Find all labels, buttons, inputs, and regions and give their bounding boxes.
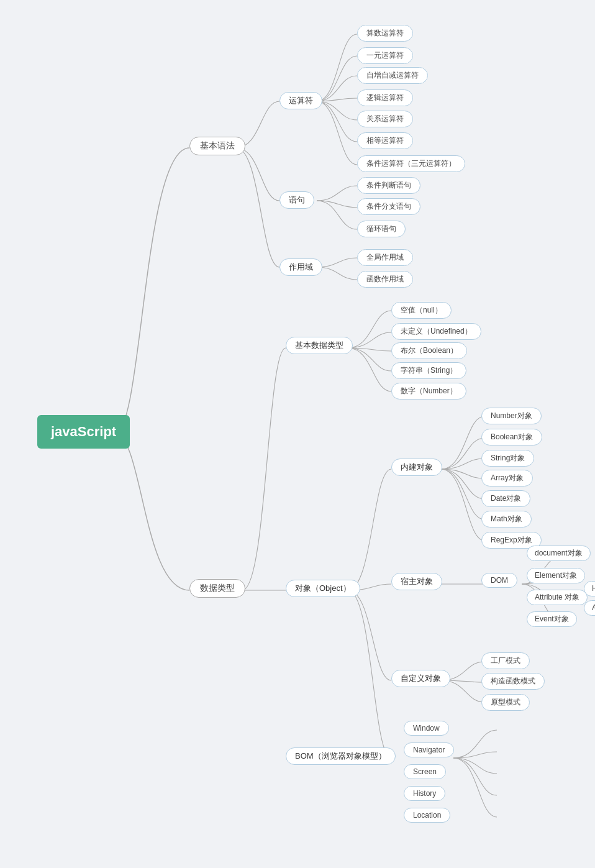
node-weidingyi: 未定义（Undefined） xyxy=(391,323,481,340)
node-window: Window xyxy=(404,721,449,736)
node-zifuchuan: 字符串（String） xyxy=(391,362,466,379)
node-booleanObj: Boolean对象 xyxy=(481,429,542,445)
node-kongzhi: 空值（null） xyxy=(391,302,452,319)
node-attrObj: Attr对象 xyxy=(584,600,595,616)
node-hanshu: 函数作用域 xyxy=(357,271,413,288)
node-jibenShuju: 基本数据类型 xyxy=(286,337,353,354)
node-elementObj: Element对象 xyxy=(527,568,585,583)
mind-map: javaScript 基本语法 数据类型 运算符 语句 作用域 算数运算符 一元… xyxy=(0,0,595,868)
node-xunhuan: 循环语句 xyxy=(357,221,406,237)
node-history: History xyxy=(404,786,445,801)
node-tiaojian: 条件运算符（三元运算符） xyxy=(357,155,465,172)
node-shuzi: 数字（Number） xyxy=(391,383,466,400)
node-yunju: 语句 xyxy=(279,191,314,209)
node-location: Location xyxy=(404,808,450,823)
node-yuanxing: 原型模式 xyxy=(481,694,530,711)
node-yunsuan: 运算符 xyxy=(279,92,322,109)
node-neiJian: 内建对象 xyxy=(391,459,442,476)
node-bom: BOM（浏览器对象模型） xyxy=(286,747,396,765)
node-screen: Screen xyxy=(404,764,446,779)
node-zizeng: 自增自减运算符 xyxy=(357,67,428,84)
node-attributeObj: Attribute 对象 xyxy=(527,590,588,605)
node-duixiang: 对象（Object） xyxy=(286,580,360,597)
node-eventObj: Event对象 xyxy=(527,611,577,627)
node-suanshu: 算数运算符 xyxy=(357,25,413,42)
node-gongchang: 工厂模式 xyxy=(481,652,530,669)
node-numberObj: Number对象 xyxy=(481,408,542,424)
node-ziDingyi: 自定义对象 xyxy=(391,670,450,687)
node-shujuLeixing: 数据类型 xyxy=(189,579,245,598)
node-dateObj: Date对象 xyxy=(481,490,530,507)
node-gouzao: 构造函数模式 xyxy=(481,673,545,690)
node-guanxi: 关系运算符 xyxy=(357,111,413,127)
node-htmlDomNode: HTML DOM节点 xyxy=(584,581,595,596)
node-documentObj: document对象 xyxy=(527,546,591,561)
node-jibenYufa: 基本语法 xyxy=(189,137,245,155)
node-stringObj: String对象 xyxy=(481,450,534,467)
node-tiaojianPanduan: 条件判断语句 xyxy=(357,177,420,194)
root-node: javaScript xyxy=(37,415,130,449)
node-dom: DOM xyxy=(481,573,517,588)
node-luoji: 逻辑运算符 xyxy=(357,89,413,106)
node-mathObj: Math对象 xyxy=(481,511,532,528)
node-navigator: Navigator xyxy=(404,742,454,757)
node-yiyuan: 一元运算符 xyxy=(357,47,413,64)
node-arrayObj: Array对象 xyxy=(481,470,533,487)
node-xiangdeng: 相等运算符 xyxy=(357,132,413,149)
node-tiaojianFenzhi: 条件分支语句 xyxy=(357,198,420,215)
node-buer: 布尔（Boolean） xyxy=(391,342,467,359)
node-quanju: 全局作用域 xyxy=(357,249,413,266)
node-zuoyong: 作用域 xyxy=(279,258,322,276)
node-suzhi: 宿主对象 xyxy=(391,573,442,590)
